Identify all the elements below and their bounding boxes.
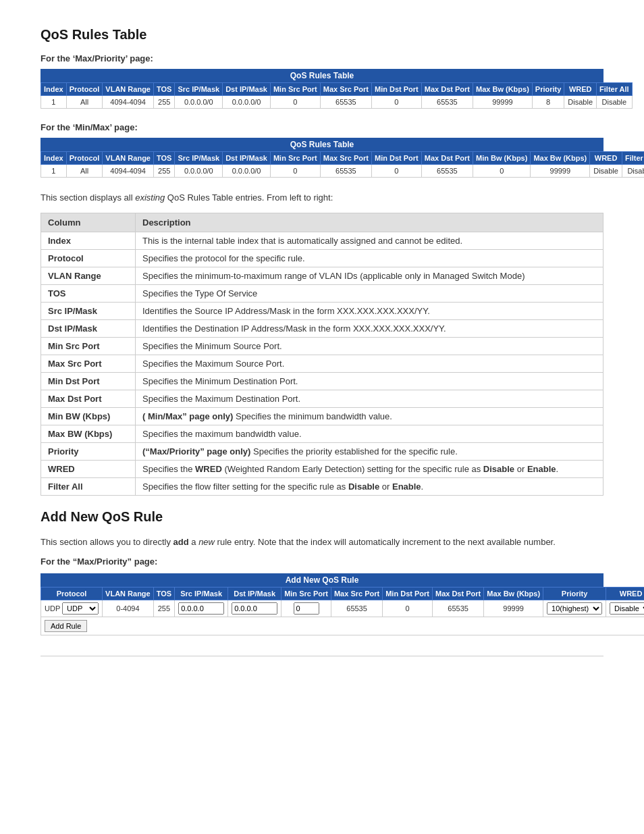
- footer-divider: [41, 656, 603, 656]
- page-main-title: QoS Rules Table: [41, 27, 603, 43]
- add-col-protocol: Protocol: [41, 588, 103, 600]
- col-min-dst: Min Dst Port: [371, 83, 421, 96]
- add-src-ip-input[interactable]: [178, 602, 224, 615]
- add-protocol-cell: UDP UDP TCP All ICMP: [41, 600, 103, 617]
- col-src-ip: Src IP/Mask: [175, 83, 223, 96]
- table2-title: QoS Rules Table: [41, 138, 603, 151]
- list-item: ProtocolSpecifies the protocol for the s…: [41, 249, 603, 267]
- col2-index: Index: [41, 152, 67, 165]
- add-col-max-dst: Max Dst Port: [432, 588, 483, 600]
- add-col-max-bw: Max Bw (Kbps): [484, 588, 543, 600]
- table1-title: QoS Rules Table: [41, 69, 603, 82]
- desc-col-description: Description: [136, 213, 603, 232]
- list-item: TOSSpecifies the Type Of Service: [41, 284, 603, 302]
- col-dst-ip: Dst IP/Mask: [223, 83, 271, 96]
- add-max-bw-cell: 99999: [484, 600, 543, 617]
- add-col-dst-ip: Dst IP/Mask: [228, 588, 281, 600]
- intro-paragraph: This section displays all existing QoS R…: [41, 191, 603, 205]
- min-max-table-wrapper: QoS Rules Table Index Protocol VLAN Rang…: [41, 138, 603, 178]
- add-col-src-ip: Src IP/Mask: [175, 588, 228, 600]
- add-rule-table-title: Add New QoS Rule: [41, 573, 603, 587]
- section2-heading: For the ‘Min/Max’ page:: [41, 122, 603, 132]
- col-max-src: Max Src Port: [320, 83, 371, 96]
- add-protocol-label: UDP: [45, 604, 60, 613]
- col2-max-bw: Max Bw (Kbps): [531, 152, 590, 165]
- add-vlan-cell: 0-4094: [103, 600, 154, 617]
- add-col-priority: Priority: [543, 588, 606, 600]
- col2-src-ip: Src IP/Mask: [175, 152, 223, 165]
- col-max-dst: Max Dst Port: [421, 83, 473, 96]
- add-priority-cell: 10(highest) 9 8 7 6 5 4 3 2 1(lowest): [543, 600, 606, 617]
- max-priority-section: For the ‘Max/Priority’ page: QoS Rules T…: [41, 53, 603, 109]
- desc-col-column: Column: [41, 213, 136, 232]
- list-item: Dst IP/MaskIdentifies the Destination IP…: [41, 319, 603, 337]
- list-item: Filter AllSpecifies the flow filter sett…: [41, 477, 603, 495]
- list-item: VLAN RangeSpecifies the minimum-to-maxim…: [41, 267, 603, 284]
- add-src-ip-cell: [175, 600, 228, 617]
- col2-protocol: Protocol: [66, 152, 103, 165]
- add-dst-ip-input[interactable]: [232, 602, 277, 615]
- description-table: Column Description IndexThis is the inte…: [41, 213, 603, 496]
- add-min-src-input[interactable]: [294, 602, 319, 615]
- add-wred-select[interactable]: Disable Enable: [610, 602, 644, 615]
- col-index: Index: [41, 83, 67, 96]
- col-max-bw: Max Bw (Kbps): [473, 83, 533, 96]
- add-wred-cell: Disable Enable: [606, 600, 644, 617]
- col2-tos: TOS: [153, 152, 174, 165]
- list-item: Priority(“Max/Priority” page only) Speci…: [41, 442, 603, 460]
- add-section-title: Add New QoS Rule: [41, 509, 603, 525]
- list-item: Src IP/MaskIdentifies the Source IP Addr…: [41, 302, 603, 319]
- col2-vlan: VLAN Range: [103, 152, 154, 165]
- list-item: WREDSpecifies the WRED (Weighted Random …: [41, 460, 603, 477]
- list-item: Min Src PortSpecifies the Minimum Source…: [41, 337, 603, 355]
- min-max-table: Index Protocol VLAN Range TOS Src IP/Mas…: [41, 151, 644, 178]
- table-row: 1All4094-40942550.0.0.0/00.0.0.0/0065535…: [41, 96, 633, 109]
- list-item: Min Dst PortSpecifies the Minimum Destin…: [41, 372, 603, 390]
- add-col-tos: TOS: [153, 588, 174, 600]
- add-rule-table: Protocol VLAN Range TOS Src IP/Mask Dst …: [41, 587, 644, 635]
- col-min-src: Min Src Port: [270, 83, 320, 96]
- add-col-vlan: VLAN Range: [103, 588, 154, 600]
- add-col-max-src: Max Src Port: [331, 588, 382, 600]
- col2-min-dst: Min Dst Port: [371, 152, 421, 165]
- add-col-min-dst: Min Dst Port: [383, 588, 433, 600]
- section1-heading: For the ‘Max/Priority’ page:: [41, 53, 603, 63]
- add-vlan-value: 0-4094: [116, 604, 139, 613]
- add-min-dst-cell: 0: [383, 600, 433, 617]
- table-row: 1All4094-40942550.0.0.0/00.0.0.0/0065535…: [41, 165, 645, 178]
- col-priority: Priority: [532, 83, 564, 96]
- add-rule-wrapper: Add New QoS Rule Protocol VLAN Range TOS…: [41, 573, 603, 635]
- add-max-src-value: 65535: [346, 604, 367, 613]
- add-rule-row: UDP UDP TCP All ICMP 0-4094 255: [41, 600, 645, 617]
- add-priority-select[interactable]: 10(highest) 9 8 7 6 5 4 3 2 1(lowest): [547, 602, 602, 615]
- add-col-min-src: Min Src Port: [281, 588, 331, 600]
- col-filter: Filter All: [597, 83, 633, 96]
- col2-filter: Filter All: [622, 152, 644, 165]
- min-max-section: For the ‘Min/Max’ page: QoS Rules Table …: [41, 122, 603, 178]
- col-vlan: VLAN Range: [103, 83, 154, 96]
- add-max-bw-value: 99999: [503, 604, 524, 613]
- col2-min-src: Min Src Port: [270, 152, 320, 165]
- add-dst-ip-cell: [228, 600, 281, 617]
- add-protocol-select[interactable]: UDP TCP All ICMP: [62, 602, 99, 615]
- add-tos-value: 255: [158, 604, 170, 613]
- add-max-dst-cell: 65535: [432, 600, 483, 617]
- add-max-src-cell: 65535: [331, 600, 382, 617]
- add-min-src-cell: [281, 600, 331, 617]
- add-rule-button[interactable]: Add Rule: [45, 620, 87, 632]
- add-rule-button-row: Add Rule: [41, 617, 645, 635]
- col-wred: WRED: [564, 83, 597, 96]
- col2-wred: WRED: [590, 152, 622, 165]
- col-tos: TOS: [153, 83, 174, 96]
- max-priority-table: Index Protocol VLAN Range TOS Src IP/Mas…: [41, 82, 633, 109]
- add-section-heading: For the “Max/Priority” page:: [41, 556, 603, 567]
- col2-min-bw: Min Bw (Kbps): [473, 152, 531, 165]
- col2-max-dst: Max Dst Port: [421, 152, 473, 165]
- add-btn-cell: Add Rule: [41, 617, 645, 635]
- list-item: Max Dst PortSpecifies the Maximum Destin…: [41, 390, 603, 407]
- col-protocol: Protocol: [66, 83, 103, 96]
- add-col-wred: WRED: [606, 588, 644, 600]
- list-item: IndexThis is the internal table index th…: [41, 232, 603, 249]
- col2-max-src: Max Src Port: [320, 152, 371, 165]
- add-min-dst-value: 0: [406, 604, 410, 613]
